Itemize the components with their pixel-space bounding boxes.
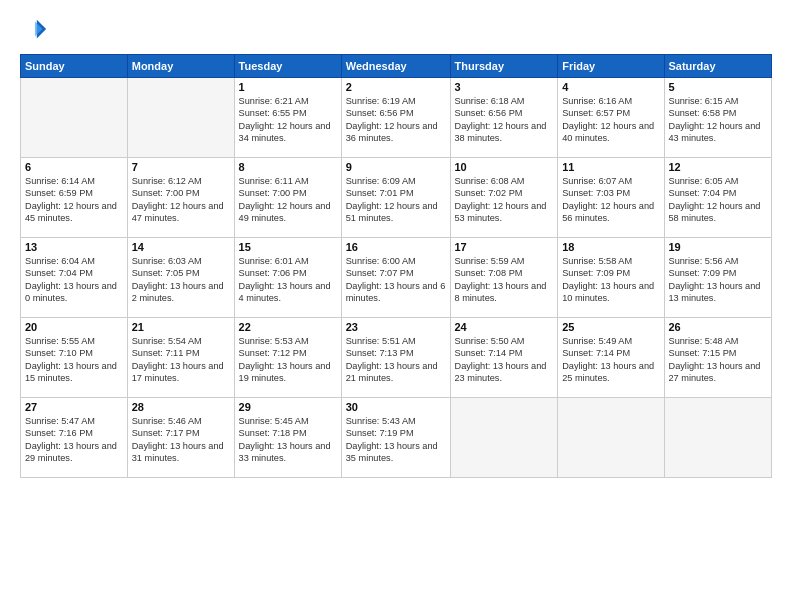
calendar-cell xyxy=(21,78,128,158)
day-info: Sunrise: 5:48 AM Sunset: 7:15 PM Dayligh… xyxy=(669,335,768,385)
day-info: Sunrise: 6:00 AM Sunset: 7:07 PM Dayligh… xyxy=(346,255,446,305)
calendar-header-wednesday: Wednesday xyxy=(341,55,450,78)
day-number: 18 xyxy=(562,241,659,253)
day-number: 21 xyxy=(132,321,230,333)
calendar-cell: 14Sunrise: 6:03 AM Sunset: 7:05 PM Dayli… xyxy=(127,238,234,318)
day-number: 20 xyxy=(25,321,123,333)
calendar-cell: 3Sunrise: 6:18 AM Sunset: 6:56 PM Daylig… xyxy=(450,78,558,158)
day-info: Sunrise: 5:47 AM Sunset: 7:16 PM Dayligh… xyxy=(25,415,123,465)
calendar-cell: 21Sunrise: 5:54 AM Sunset: 7:11 PM Dayli… xyxy=(127,318,234,398)
day-info: Sunrise: 6:21 AM Sunset: 6:55 PM Dayligh… xyxy=(239,95,337,145)
day-number: 2 xyxy=(346,81,446,93)
calendar-cell: 6Sunrise: 6:14 AM Sunset: 6:59 PM Daylig… xyxy=(21,158,128,238)
calendar-cell: 4Sunrise: 6:16 AM Sunset: 6:57 PM Daylig… xyxy=(558,78,664,158)
calendar-cell xyxy=(664,398,772,478)
logo xyxy=(20,16,52,44)
day-number: 16 xyxy=(346,241,446,253)
calendar-cell: 23Sunrise: 5:51 AM Sunset: 7:13 PM Dayli… xyxy=(341,318,450,398)
calendar-cell: 18Sunrise: 5:58 AM Sunset: 7:09 PM Dayli… xyxy=(558,238,664,318)
logo-icon xyxy=(20,16,48,44)
calendar-week-3: 13Sunrise: 6:04 AM Sunset: 7:04 PM Dayli… xyxy=(21,238,772,318)
header xyxy=(20,16,772,44)
day-info: Sunrise: 6:12 AM Sunset: 7:00 PM Dayligh… xyxy=(132,175,230,225)
calendar-cell: 1Sunrise: 6:21 AM Sunset: 6:55 PM Daylig… xyxy=(234,78,341,158)
calendar-cell: 28Sunrise: 5:46 AM Sunset: 7:17 PM Dayli… xyxy=(127,398,234,478)
calendar-header-row: SundayMondayTuesdayWednesdayThursdayFrid… xyxy=(21,55,772,78)
day-info: Sunrise: 6:03 AM Sunset: 7:05 PM Dayligh… xyxy=(132,255,230,305)
day-info: Sunrise: 5:56 AM Sunset: 7:09 PM Dayligh… xyxy=(669,255,768,305)
day-number: 8 xyxy=(239,161,337,173)
calendar-header-tuesday: Tuesday xyxy=(234,55,341,78)
calendar-cell: 24Sunrise: 5:50 AM Sunset: 7:14 PM Dayli… xyxy=(450,318,558,398)
day-number: 10 xyxy=(455,161,554,173)
day-number: 22 xyxy=(239,321,337,333)
day-info: Sunrise: 5:49 AM Sunset: 7:14 PM Dayligh… xyxy=(562,335,659,385)
calendar-cell xyxy=(558,398,664,478)
day-info: Sunrise: 6:05 AM Sunset: 7:04 PM Dayligh… xyxy=(669,175,768,225)
calendar-cell: 16Sunrise: 6:00 AM Sunset: 7:07 PM Dayli… xyxy=(341,238,450,318)
day-info: Sunrise: 5:46 AM Sunset: 7:17 PM Dayligh… xyxy=(132,415,230,465)
day-info: Sunrise: 6:14 AM Sunset: 6:59 PM Dayligh… xyxy=(25,175,123,225)
calendar-cell: 11Sunrise: 6:07 AM Sunset: 7:03 PM Dayli… xyxy=(558,158,664,238)
calendar-cell: 2Sunrise: 6:19 AM Sunset: 6:56 PM Daylig… xyxy=(341,78,450,158)
calendar-header-friday: Friday xyxy=(558,55,664,78)
day-info: Sunrise: 6:04 AM Sunset: 7:04 PM Dayligh… xyxy=(25,255,123,305)
day-info: Sunrise: 6:15 AM Sunset: 6:58 PM Dayligh… xyxy=(669,95,768,145)
day-number: 9 xyxy=(346,161,446,173)
calendar-cell: 17Sunrise: 5:59 AM Sunset: 7:08 PM Dayli… xyxy=(450,238,558,318)
day-number: 4 xyxy=(562,81,659,93)
day-number: 28 xyxy=(132,401,230,413)
day-number: 14 xyxy=(132,241,230,253)
calendar-cell: 26Sunrise: 5:48 AM Sunset: 7:15 PM Dayli… xyxy=(664,318,772,398)
day-number: 30 xyxy=(346,401,446,413)
day-number: 13 xyxy=(25,241,123,253)
day-number: 12 xyxy=(669,161,768,173)
calendar-week-5: 27Sunrise: 5:47 AM Sunset: 7:16 PM Dayli… xyxy=(21,398,772,478)
day-info: Sunrise: 5:54 AM Sunset: 7:11 PM Dayligh… xyxy=(132,335,230,385)
calendar-cell: 8Sunrise: 6:11 AM Sunset: 7:00 PM Daylig… xyxy=(234,158,341,238)
calendar-cell xyxy=(450,398,558,478)
day-number: 1 xyxy=(239,81,337,93)
day-number: 17 xyxy=(455,241,554,253)
day-number: 11 xyxy=(562,161,659,173)
calendar-cell: 20Sunrise: 5:55 AM Sunset: 7:10 PM Dayli… xyxy=(21,318,128,398)
day-info: Sunrise: 5:51 AM Sunset: 7:13 PM Dayligh… xyxy=(346,335,446,385)
day-number: 3 xyxy=(455,81,554,93)
calendar-cell: 15Sunrise: 6:01 AM Sunset: 7:06 PM Dayli… xyxy=(234,238,341,318)
day-info: Sunrise: 6:07 AM Sunset: 7:03 PM Dayligh… xyxy=(562,175,659,225)
day-number: 24 xyxy=(455,321,554,333)
calendar-cell: 10Sunrise: 6:08 AM Sunset: 7:02 PM Dayli… xyxy=(450,158,558,238)
calendar-week-4: 20Sunrise: 5:55 AM Sunset: 7:10 PM Dayli… xyxy=(21,318,772,398)
calendar-cell: 29Sunrise: 5:45 AM Sunset: 7:18 PM Dayli… xyxy=(234,398,341,478)
calendar-week-1: 1Sunrise: 6:21 AM Sunset: 6:55 PM Daylig… xyxy=(21,78,772,158)
day-info: Sunrise: 6:09 AM Sunset: 7:01 PM Dayligh… xyxy=(346,175,446,225)
page: SundayMondayTuesdayWednesdayThursdayFrid… xyxy=(0,0,792,612)
calendar-week-2: 6Sunrise: 6:14 AM Sunset: 6:59 PM Daylig… xyxy=(21,158,772,238)
day-number: 19 xyxy=(669,241,768,253)
day-info: Sunrise: 5:53 AM Sunset: 7:12 PM Dayligh… xyxy=(239,335,337,385)
calendar-header-thursday: Thursday xyxy=(450,55,558,78)
day-number: 29 xyxy=(239,401,337,413)
day-info: Sunrise: 6:08 AM Sunset: 7:02 PM Dayligh… xyxy=(455,175,554,225)
day-info: Sunrise: 6:01 AM Sunset: 7:06 PM Dayligh… xyxy=(239,255,337,305)
day-info: Sunrise: 6:16 AM Sunset: 6:57 PM Dayligh… xyxy=(562,95,659,145)
day-number: 25 xyxy=(562,321,659,333)
calendar-cell: 7Sunrise: 6:12 AM Sunset: 7:00 PM Daylig… xyxy=(127,158,234,238)
calendar-cell: 19Sunrise: 5:56 AM Sunset: 7:09 PM Dayli… xyxy=(664,238,772,318)
calendar-cell xyxy=(127,78,234,158)
calendar-cell: 25Sunrise: 5:49 AM Sunset: 7:14 PM Dayli… xyxy=(558,318,664,398)
day-number: 26 xyxy=(669,321,768,333)
day-number: 27 xyxy=(25,401,123,413)
day-info: Sunrise: 5:45 AM Sunset: 7:18 PM Dayligh… xyxy=(239,415,337,465)
calendar-header-monday: Monday xyxy=(127,55,234,78)
day-info: Sunrise: 5:50 AM Sunset: 7:14 PM Dayligh… xyxy=(455,335,554,385)
day-number: 15 xyxy=(239,241,337,253)
day-info: Sunrise: 5:55 AM Sunset: 7:10 PM Dayligh… xyxy=(25,335,123,385)
day-number: 23 xyxy=(346,321,446,333)
day-number: 7 xyxy=(132,161,230,173)
calendar-header-saturday: Saturday xyxy=(664,55,772,78)
day-info: Sunrise: 6:11 AM Sunset: 7:00 PM Dayligh… xyxy=(239,175,337,225)
calendar-cell: 22Sunrise: 5:53 AM Sunset: 7:12 PM Dayli… xyxy=(234,318,341,398)
day-info: Sunrise: 5:43 AM Sunset: 7:19 PM Dayligh… xyxy=(346,415,446,465)
calendar-cell: 13Sunrise: 6:04 AM Sunset: 7:04 PM Dayli… xyxy=(21,238,128,318)
